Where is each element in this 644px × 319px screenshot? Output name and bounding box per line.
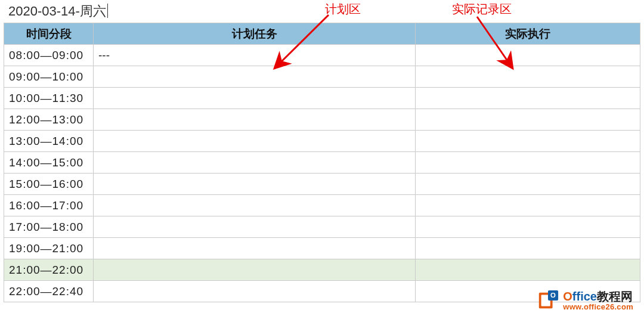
cell-actual[interactable]: [416, 131, 640, 152]
cell-actual[interactable]: [416, 109, 640, 131]
cell-plan[interactable]: [94, 66, 416, 88]
watermark: O Office教程网 www.office26.com: [537, 289, 633, 312]
cell-plan[interactable]: [94, 259, 416, 281]
cell-plan[interactable]: [94, 131, 416, 152]
cell-time[interactable]: 22:00—22:40: [4, 281, 94, 302]
cell-plan[interactable]: [94, 109, 416, 131]
cell-plan[interactable]: [94, 152, 416, 174]
cell-plan[interactable]: [94, 88, 416, 109]
table-row: 10:00—11:30: [4, 88, 640, 109]
cell-time[interactable]: 16:00—17:00: [4, 195, 94, 216]
cell-actual[interactable]: [416, 66, 640, 88]
cell-plan[interactable]: ---: [94, 45, 416, 66]
watermark-brand-rest: ffice: [572, 290, 597, 303]
cell-actual[interactable]: [416, 195, 640, 216]
watermark-text: Office教程网 www.office26.com: [563, 290, 633, 311]
cell-time[interactable]: 08:00—09:00: [4, 45, 94, 66]
office-logo-icon: O: [537, 289, 559, 312]
cell-time[interactable]: 13:00—14:00: [4, 131, 94, 152]
cell-actual[interactable]: [416, 174, 640, 195]
table-row: 15:00—16:00: [4, 174, 640, 195]
cell-actual[interactable]: [416, 45, 640, 66]
table-row: 08:00—09:00---: [4, 45, 640, 66]
cell-plan[interactable]: [94, 238, 416, 259]
text-cursor-icon: [107, 4, 108, 18]
header-plan: 计划任务: [94, 23, 416, 45]
cell-plan[interactable]: [94, 281, 416, 302]
cell-time[interactable]: 10:00—11:30: [4, 88, 94, 109]
cell-time[interactable]: 15:00—16:00: [4, 174, 94, 195]
cell-plan[interactable]: [94, 216, 416, 238]
cell-time[interactable]: 19:00—21:00: [4, 238, 94, 259]
watermark-brand-cn: 教程网: [597, 290, 633, 303]
table-header-row: 时间分段 计划任务 实际执行: [4, 23, 640, 45]
table-row: 19:00—21:00: [4, 238, 640, 259]
table-row: 21:00—22:00: [4, 259, 640, 281]
schedule-table: 时间分段 计划任务 实际执行 08:00—09:00---09:00—10:00…: [4, 23, 640, 302]
watermark-brand-head: O: [563, 290, 572, 303]
table-row: 13:00—14:00: [4, 131, 640, 152]
cell-time[interactable]: 09:00—10:00: [4, 66, 94, 88]
cell-time[interactable]: 12:00—13:00: [4, 109, 94, 131]
cell-time[interactable]: 14:00—15:00: [4, 152, 94, 174]
title-text: 2020-03-14-周六: [8, 4, 106, 18]
page-title: 2020-03-14-周六: [0, 0, 644, 23]
table-row: 09:00—10:00: [4, 66, 640, 88]
cell-time[interactable]: 17:00—18:00: [4, 216, 94, 238]
svg-text:O: O: [550, 292, 556, 299]
cell-plan[interactable]: [94, 174, 416, 195]
table-row: 17:00—18:00: [4, 216, 640, 238]
watermark-url: www.office26.com: [563, 303, 633, 311]
cell-actual[interactable]: [416, 238, 640, 259]
cell-actual[interactable]: [416, 259, 640, 281]
header-actual: 实际执行: [416, 23, 640, 45]
table-row: 16:00—17:00: [4, 195, 640, 216]
cell-actual[interactable]: [416, 88, 640, 109]
table-row: 12:00—13:00: [4, 109, 640, 131]
cell-actual[interactable]: [416, 216, 640, 238]
table-row: 14:00—15:00: [4, 152, 640, 174]
cell-actual[interactable]: [416, 152, 640, 174]
cell-time[interactable]: 21:00—22:00: [4, 259, 94, 281]
header-time: 时间分段: [4, 23, 94, 45]
cell-plan[interactable]: [94, 195, 416, 216]
